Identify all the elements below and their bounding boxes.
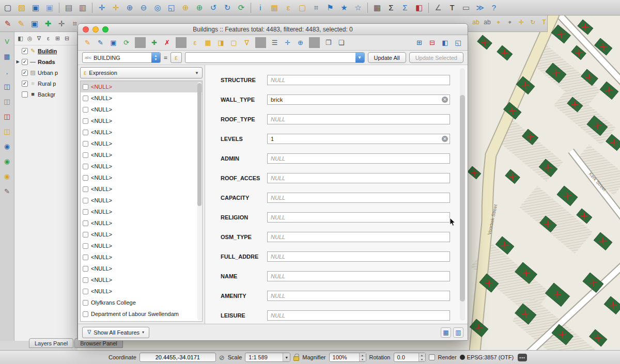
- separator[interactable]: [92, 3, 92, 13]
- separator[interactable]: [309, 37, 320, 48]
- feature-list-item[interactable]: <NULL>: [81, 104, 202, 115]
- add-wfs-layer-icon[interactable]: ◉: [2, 171, 12, 181]
- feature-list[interactable]: <NULL> <NULL> <NULL> <NULL> <NULL>: [80, 81, 203, 322]
- layer-item[interactable]: ▶ ✓ — Roads: [14, 56, 77, 67]
- zoom-in-icon[interactable]: ⊕: [124, 2, 135, 13]
- text-annotation-icon[interactable]: T: [446, 2, 458, 13]
- form-field-input[interactable]: [267, 134, 450, 144]
- save-project-as-icon[interactable]: ▣: [44, 2, 55, 13]
- style-manager-icon[interactable]: ◧: [413, 2, 425, 13]
- feature-checkbox[interactable]: [83, 186, 88, 192]
- zoom-native-icon[interactable]: ◎: [152, 2, 163, 13]
- form-field-input[interactable]: [267, 310, 450, 321]
- reload-table-icon[interactable]: ⟳: [121, 37, 132, 48]
- feature-checkbox[interactable]: [83, 130, 88, 135]
- deselect-all-icon[interactable]: ▢: [228, 37, 239, 48]
- scale-lock-icon[interactable]: [293, 356, 299, 361]
- zoom-to-selected-icon[interactable]: ⊕: [295, 37, 306, 48]
- add-raster-layer-icon[interactable]: ▦: [2, 51, 12, 61]
- new-shapefile-layer-icon[interactable]: ✎: [2, 186, 12, 196]
- zoom-out-icon[interactable]: ⊖: [138, 2, 149, 13]
- select-by-expression-icon[interactable]: ε: [190, 37, 200, 48]
- select-features-icon[interactable]: ▦: [269, 2, 280, 13]
- form-field-input[interactable]: [267, 212, 450, 223]
- feature-checkbox[interactable]: [83, 311, 88, 317]
- separator[interactable]: [255, 37, 266, 48]
- scale-combo[interactable]: 1:1 589 ▼: [245, 353, 290, 362]
- feature-list-item[interactable]: <NULL>: [81, 217, 202, 229]
- separator[interactable]: [428, 3, 429, 13]
- zoom-full-icon[interactable]: ◱: [166, 2, 177, 13]
- feature-list-item[interactable]: Olyfkrans College: [81, 297, 202, 308]
- panel-tab[interactable]: Layers Panel: [29, 338, 73, 348]
- multiedit-icon[interactable]: ✎: [95, 37, 106, 48]
- pan-to-selection-icon[interactable]: ✛: [110, 2, 121, 13]
- select-by-expression-icon[interactable]: ε: [283, 2, 294, 13]
- feature-list-item[interactable]: <NULL>: [81, 206, 202, 217]
- feature-list-scrollbar[interactable]: [197, 82, 202, 320]
- feature-list-item[interactable]: <NULL>: [81, 251, 202, 263]
- toggle-extents-icon[interactable]: ⊘: [219, 354, 225, 361]
- feature-list-item[interactable]: Department of Labour Swellendam: [81, 308, 202, 320]
- render-checkbox[interactable]: [429, 354, 435, 360]
- python-console-icon[interactable]: ≫: [474, 2, 486, 13]
- clear-value-icon[interactable]: ✕: [442, 136, 448, 142]
- filter-select-icon[interactable]: ∇: [241, 37, 252, 48]
- form-field-input[interactable]: [267, 193, 450, 203]
- feature-checkbox[interactable]: [83, 266, 88, 272]
- feature-list-item[interactable]: <NULL>: [81, 229, 202, 240]
- save-project-icon[interactable]: ▣: [30, 2, 41, 13]
- form-field-input[interactable]: [267, 291, 450, 301]
- new-bookmark-icon[interactable]: ★: [338, 2, 350, 13]
- layer-visibility-checkbox[interactable]: ✓: [22, 70, 28, 76]
- help-icon[interactable]: ?: [488, 2, 500, 13]
- filter-legend-icon[interactable]: ∇: [35, 35, 43, 42]
- rotation-spinner[interactable]: 0.0 ▲▼: [394, 353, 426, 362]
- feature-checkbox[interactable]: [83, 255, 88, 260]
- feature-list-item[interactable]: <NULL>: [81, 263, 202, 274]
- feature-checkbox[interactable]: [83, 107, 88, 113]
- form-field-input[interactable]: [267, 232, 450, 242]
- form-field-input[interactable]: [267, 153, 450, 164]
- feature-list-item[interactable]: <NULL>: [81, 240, 202, 251]
- refresh-map-icon[interactable]: ⟳: [236, 2, 247, 13]
- feature-list-item[interactable]: <NULL>: [81, 172, 202, 183]
- delete-field-icon[interactable]: ⊟: [427, 37, 438, 48]
- separator[interactable]: [367, 3, 368, 13]
- statistics-summary-icon[interactable]: Σ: [399, 2, 411, 13]
- filter-by-expression-icon[interactable]: ε: [44, 35, 52, 42]
- scrollbar-thumb[interactable]: [460, 95, 465, 302]
- feature-checkbox[interactable]: [83, 198, 88, 203]
- toggle-editing-icon[interactable]: ✎: [16, 18, 27, 29]
- crs-status-button[interactable]: EPSG:3857 (OTF): [460, 354, 514, 360]
- current-edits-icon[interactable]: ✎: [2, 18, 13, 29]
- form-field-input[interactable]: [267, 173, 450, 183]
- paste-features-icon[interactable]: ❏: [336, 37, 347, 48]
- feature-checkbox[interactable]: [83, 220, 88, 226]
- feature-checkbox[interactable]: [83, 243, 88, 249]
- layer-item[interactable]: ✓ ■ Rural p: [14, 78, 77, 89]
- zoom-to-layer-icon[interactable]: ⊕: [194, 2, 205, 13]
- layer-item[interactable]: ✓ ▨ Urban p: [14, 67, 77, 78]
- layer-visibility-checkbox[interactable]: ✓: [22, 48, 28, 54]
- dock-attribute-table-icon[interactable]: ◱: [453, 37, 463, 48]
- update-expression-input[interactable]: [185, 52, 364, 63]
- select-all-icon[interactable]: ▦: [203, 37, 213, 48]
- move-selection-top-icon[interactable]: ☰: [269, 37, 280, 48]
- chevron-down-icon[interactable]: ▼: [283, 353, 290, 361]
- measure-line-icon[interactable]: ⌗: [311, 2, 322, 13]
- move-feature-icon[interactable]: ✛: [56, 18, 67, 29]
- zoom-last-icon[interactable]: ↺: [208, 2, 219, 13]
- deselect-features-icon[interactable]: ▢: [297, 2, 308, 13]
- feature-list-item[interactable]: <NULL>: [81, 115, 202, 126]
- layer-expand-arrow[interactable]: ▶: [16, 59, 20, 64]
- window-titlebar[interactable]: Buildings :: Features total: 4483, filte…: [78, 24, 468, 35]
- manage-map-themes-icon[interactable]: ◎: [26, 35, 34, 42]
- invert-selection-icon[interactable]: ◨: [215, 37, 226, 48]
- scrollbar-thumb[interactable]: [197, 83, 202, 206]
- feature-checkbox[interactable]: [83, 164, 88, 169]
- new-composer-icon[interactable]: ▤: [63, 2, 74, 13]
- highlight-labels-icon[interactable]: ⌖: [505, 18, 515, 27]
- toggle-editing-icon[interactable]: ✎: [82, 37, 93, 48]
- feature-checkbox[interactable]: [83, 141, 88, 147]
